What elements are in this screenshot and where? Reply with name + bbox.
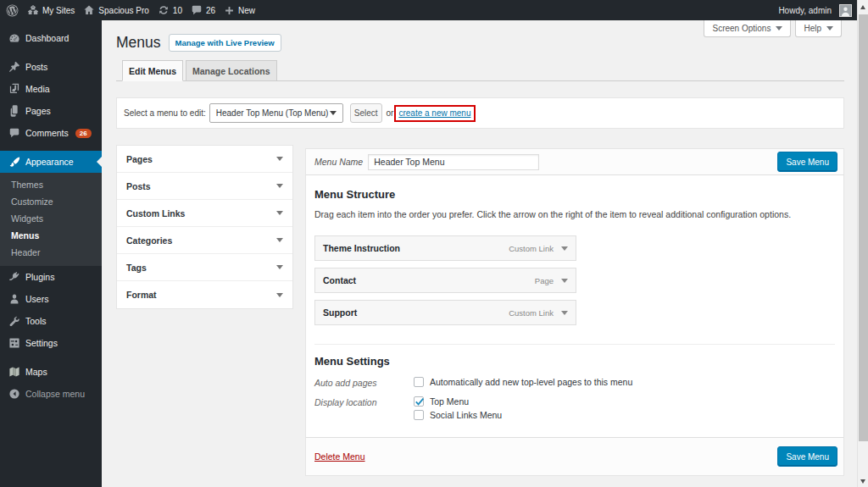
accordion-section-posts[interactable]: Posts	[117, 173, 292, 200]
help-button[interactable]: Help	[795, 20, 842, 37]
new-label: New	[238, 6, 255, 15]
sidebar-item-plugins[interactable]: Plugins	[0, 266, 102, 288]
sidebar-item-label: Pages	[25, 106, 51, 116]
accordion-section-title: Custom Links	[126, 208, 185, 219]
menu-items-list: Theme Instruction Custom Link Contact Pa…	[314, 235, 835, 325]
menu-item-type-label: Custom Link	[509, 244, 554, 253]
accordion-section-pages[interactable]: Pages	[117, 146, 292, 173]
menu-item-title: Theme Instruction	[323, 243, 400, 253]
card-body: Menu Structure Drag each item into the o…	[306, 188, 843, 423]
collapse-icon	[8, 388, 20, 400]
submenu-item-customize[interactable]: Customize	[0, 193, 102, 210]
live-preview-button[interactable]: Manage with Live Preview	[169, 34, 281, 52]
sidebar-item-label: Media	[25, 84, 50, 94]
sidebar-item-users[interactable]: Users	[0, 288, 102, 310]
sidebar-item-media[interactable]: Media	[0, 78, 102, 100]
sidebar-item-tools[interactable]: Tools	[0, 310, 102, 332]
item-toggle-icon[interactable]	[561, 311, 568, 315]
save-menu-button-bottom[interactable]: Save Menu	[777, 446, 837, 467]
sidebar-item-pages[interactable]: Pages	[0, 100, 102, 122]
scrollbar-down-icon[interactable]	[860, 479, 865, 484]
accordion-section-custom-links[interactable]: Custom Links	[117, 200, 292, 227]
two-column-layout: Pages Posts Custom Links Categories Tags	[116, 145, 844, 476]
menu-structure-heading: Menu Structure	[314, 188, 835, 201]
select-button[interactable]: Select	[350, 103, 382, 123]
menu-editor-card: Menu Name Save Menu Menu Structure Drag …	[305, 148, 844, 476]
or-text: or	[387, 108, 394, 118]
menu-item-theme-instruction[interactable]: Theme Instruction Custom Link	[314, 235, 576, 261]
auto-add-pages-label: Auto add pages	[314, 377, 414, 390]
chevron-down-icon	[330, 111, 337, 115]
awaiting-comments-count: 26	[206, 6, 215, 15]
sidebar-item-maps[interactable]: Maps	[0, 361, 102, 383]
social-links-menu-checkbox[interactable]	[414, 410, 424, 420]
item-toggle-icon[interactable]	[561, 246, 568, 251]
select-menu-bar: Select a menu to edit: Header Top Menu (…	[116, 97, 844, 129]
chevron-down-icon	[276, 184, 283, 188]
accordion-section-format[interactable]: Format	[117, 281, 292, 308]
submenu-item-themes[interactable]: Themes	[0, 176, 102, 193]
annotation-highlight-box: create a new menu	[394, 105, 475, 122]
chevron-down-icon	[276, 265, 283, 269]
menu-select-value: Header Top Menu (Top Menu)	[216, 108, 329, 118]
menu-name-input[interactable]	[368, 154, 539, 170]
select-menu-label: Select a menu to edit:	[124, 108, 206, 118]
sidebar-item-dashboard[interactable]: Dashboard	[0, 27, 102, 49]
updates-menu[interactable]: 10	[153, 0, 186, 20]
save-menu-button-top[interactable]: Save Menu	[777, 152, 837, 172]
sidebar-item-label: Tools	[25, 316, 47, 326]
sidebar-item-settings[interactable]: Settings	[0, 332, 102, 354]
submenu-item-widgets[interactable]: Widgets	[0, 210, 102, 227]
home-icon	[83, 4, 95, 16]
wordpress-logo-icon	[6, 4, 19, 17]
collapse-menu-button[interactable]: Collapse menu	[0, 383, 102, 405]
update-icon	[158, 4, 170, 16]
card-footer: Delete Menu Save Menu	[306, 437, 843, 475]
plugins-icon	[8, 271, 20, 283]
sidebar-item-comments[interactable]: Comments 26	[0, 122, 102, 144]
chevron-down-icon	[276, 293, 283, 297]
menu-item-contact[interactable]: Contact Page	[314, 268, 576, 293]
nav-tabs: Edit Menus Manage Locations	[116, 60, 844, 81]
site-name-menu[interactable]: Spacious Pro	[79, 0, 153, 20]
sidebar-item-label: Settings	[25, 338, 58, 348]
top-menu-checkbox[interactable]	[414, 396, 424, 407]
menu-settings-grid: Auto add pages Automatically add new top…	[314, 377, 835, 423]
chevron-down-icon	[276, 238, 283, 242]
sidebar-item-label: Collapse menu	[25, 389, 85, 399]
accordion-section-tags[interactable]: Tags	[117, 254, 292, 281]
create-new-menu-link[interactable]: create a new menu	[398, 108, 470, 118]
page-scrollbar[interactable]	[857, 0, 868, 487]
sidebar-item-posts[interactable]: Posts	[0, 56, 102, 78]
delete-menu-link[interactable]: Delete Menu	[314, 451, 365, 462]
accordion-section-title: Posts	[126, 181, 151, 191]
howdy-text: Howdy, admin	[778, 6, 832, 15]
submenu-item-menus[interactable]: Menus	[0, 227, 102, 244]
menu-item-support[interactable]: Support Custom Link	[314, 300, 576, 325]
auto-add-pages-checkbox[interactable]	[414, 377, 424, 387]
menu-select-dropdown[interactable]: Header Top Menu (Top Menu)	[209, 103, 343, 123]
scrollbar-up-icon[interactable]	[860, 5, 865, 9]
new-content-menu[interactable]: New	[220, 0, 259, 20]
social-links-menu-option: Social Links Menu	[430, 410, 502, 420]
tab-manage-locations[interactable]: Manage Locations	[186, 60, 277, 81]
my-account-menu[interactable]: Howdy, admin	[774, 0, 854, 20]
submenu-item-header[interactable]: Header	[0, 244, 102, 261]
settings-icon	[8, 337, 20, 349]
content-area: Screen Options Help Menus Manage with Li…	[102, 20, 857, 487]
comments-shortcut[interactable]: 26	[186, 0, 220, 20]
screen-options-button[interactable]: Screen Options	[704, 20, 791, 37]
wordpress-logo-menu[interactable]	[2, 0, 23, 20]
sidebar-item-label: Maps	[25, 367, 47, 377]
dashboard-icon	[8, 32, 20, 44]
item-toggle-icon[interactable]	[561, 279, 568, 283]
tools-icon	[8, 315, 20, 327]
users-icon	[8, 293, 20, 305]
admin-bar-right: Howdy, admin	[774, 0, 857, 20]
accordion-section-title: Tags	[126, 263, 147, 273]
tab-edit-menus[interactable]: Edit Menus	[122, 60, 183, 81]
my-sites-menu[interactable]: My Sites	[23, 0, 79, 20]
accordion-section-categories[interactable]: Categories	[117, 227, 292, 254]
scrollbar-thumb[interactable]	[859, 14, 868, 441]
sidebar-item-appearance[interactable]: Appearance	[0, 151, 102, 173]
